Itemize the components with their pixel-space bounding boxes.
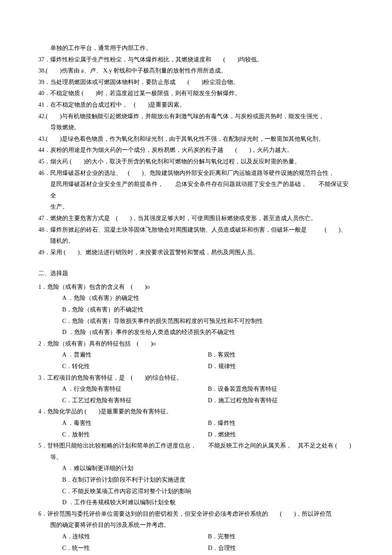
q3-options-row-1: A ．行业危险有害特征 B．设备装置危险有害特征 <box>38 384 354 395</box>
fill-item-45: 45．烟火药 ( )的大小，取决于所含的氧化剂和可燃物的分解与氧化过程，以及反应… <box>38 156 354 168</box>
fill-item-41: 41．在不稳定物质的合成过程中， ( )是重要因素。 <box>38 99 354 111</box>
q4-option-d: D．燃烧性 <box>208 429 354 441</box>
q4-option-c: C．放射性 <box>62 429 208 441</box>
q2-stem: 2．危险（或有害）具有的特征包括 ( )o <box>38 338 354 350</box>
fill-item-46a: 46．民用爆破器材企业的选址、 ( )、危险建筑物内外部安全距离和厂内运输道路等… <box>38 168 354 179</box>
fill-item-48b: 随机的。 <box>38 235 354 247</box>
q6-option-d: D．合理性 <box>208 543 354 554</box>
section-title-choice: 二、选择题 <box>38 268 354 279</box>
q6-option-c: C．统一性 <box>62 543 208 554</box>
fill-item-46c: 生产。 <box>38 201 354 213</box>
q6-options-row-1: A．连续性 B．完整性 <box>38 531 354 543</box>
q2-option-b: B．客观性 <box>208 349 354 361</box>
q3-option-c: C．工艺过程危险有害特征 <box>62 395 208 407</box>
q4-option-b: B．爆炸性 <box>208 418 354 429</box>
fill-item-49: 49．采用 ( )、燃烧法进行销毁时，未按要求设置警铃和警戒，易伤及周围人员。 <box>38 247 354 259</box>
fill-item-42b: 导致燃烧。 <box>38 122 354 134</box>
fill-item-46b: 是民用爆破器材企业安全生产的前提条件， 总体安全条件存在问题就动摇了安全生产的基… <box>38 179 354 201</box>
fill-item-39: 39．当处理易燃固体或可燃固体物料时，要防止形成 ( )粉尘混合物。 <box>38 77 354 88</box>
q6-stem-2: 围的确定要将评价目的与涉及系统一并考虑。 <box>38 520 354 531</box>
q5-stem-2: 等。 <box>38 452 354 463</box>
fill-item-40: 40．不稳定物质 ( )时，若温度超过某一极限值，则有可能发生分解爆炸。 <box>38 88 354 99</box>
q2-options-row-1: A ．普遍性 B．客观性 <box>38 349 354 361</box>
fill-item-47: 47．燃烧的主要危害方式是 ( )，当其强度足够大时，可使周围目标燃烧或变形，甚… <box>38 213 354 224</box>
q1-option-a: A ．危险（或有害）的确定性 <box>38 293 354 304</box>
q2-option-a: A ．普遍性 <box>62 349 208 361</box>
q6-option-b: B．完整性 <box>208 531 354 543</box>
q1-stem: 1．危险（或有害）包含的含义有 ( )o <box>38 282 354 293</box>
q5-option-d: D ．工作任务规模较大时难以编制计划全貌 <box>38 497 354 509</box>
q5-stem: 5．甘特图只能给出比较粗略的计划和简单的工作进度信息， 不能反映工作之间的从属关… <box>38 440 354 452</box>
fill-item-43: 43.( )是绿色着色物质，作为氧化剂和绿光剂，由于其氧化性不强，在配制绿光时，… <box>38 134 354 145</box>
q2-option-c: C．转化性 <box>62 361 208 372</box>
q5-option-c: C．不能反映某项工作内容迟滞对整个计划的影响 <box>38 486 354 497</box>
q6-stem: 6．评价范围与委托评价单位需要达到的目的密切相关，但安全评价必须考虑评价系统的 … <box>38 509 354 520</box>
q1-option-d: D ．危险（或有害）事件的发生给人类造成的经济损失的不确定性 <box>38 327 354 338</box>
q5-option-b: B．在制订评价计划阶段不利于计划的实施进度 <box>38 474 354 486</box>
q4-option-a: A ．毒害性 <box>62 418 208 429</box>
q2-option-d: D．规律性 <box>208 361 354 372</box>
q2-options-row-2: C．转化性 D．规律性 <box>38 361 354 372</box>
q5-option-a: A ．难以编制更详细的计划 <box>38 463 354 474</box>
q3-option-b: B．设备装置危险有害特征 <box>208 384 354 395</box>
fill-item-36-cont: 单独的工作平台，通常用于内部工作。 <box>38 43 354 54</box>
fill-item-42a: 42.( )与有机物接触能引起燃烧爆炸，并能放出有刺激气味的有毒气体，与炭粉或面… <box>38 111 354 122</box>
q6-options-row-2: C．统一性 D．合理性 <box>38 543 354 554</box>
q4-options-row-2: C．放射性 D．燃烧性 <box>38 429 354 441</box>
q3-option-a: A ．行业危险有害特征 <box>62 384 208 395</box>
q3-stem: 3．工程项目的危险有害特征，是 ( )的综合特征。 <box>38 372 354 384</box>
q3-option-d: D．施工过程危险有害特征 <box>208 395 354 407</box>
q4-options-row-1: A ．毒害性 B．爆炸性 <box>38 418 354 429</box>
fill-item-48a: 48．爆炸所掀起的砖石、混凝土块等固体飞散物会对周围建筑物、人员造成破坏和伤害，… <box>38 224 354 236</box>
fill-item-37: 37．爆炸性粉尘属于生产性粉尘，与气体爆炸相比，其燃烧速度和 ( )均较低。 <box>38 54 354 66</box>
q6-option-a: A．连续性 <box>62 531 208 543</box>
q4-stem: 4．危险化学品的 ( )是最重要的危险有害特征。 <box>38 406 354 418</box>
q1-option-c: C．危险（或有害）导致损失事件的损失范围和程度的可预见性和不可控制性 <box>38 316 354 327</box>
q3-options-row-2: C．工艺过程危险有害特征 D．施工过程危险有害特征 <box>38 395 354 407</box>
fill-item-38: 38.( )伤害由 a、卢、 X.y 射线和中子极高剂量的放射性作用所造成。 <box>38 65 354 77</box>
q1-option-b: B．危险（或有害）的不确定性 <box>38 304 354 316</box>
fill-item-44: 44．炭粉的用途是作为烟火药的一个成分，炭粉易燃，火药炭的粒子越 ( )，火药力… <box>38 145 354 156</box>
